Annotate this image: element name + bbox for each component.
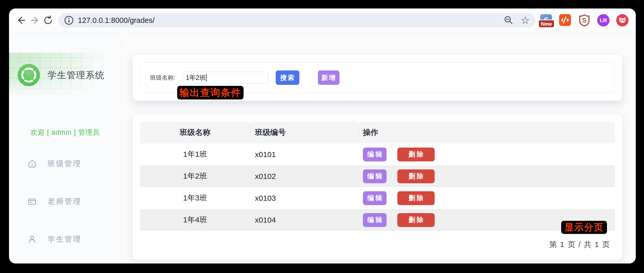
cell-class-name: 1年2班	[140, 171, 250, 181]
text-caret	[206, 74, 207, 81]
header-class-name: 班级名称	[140, 122, 250, 143]
zoom-out-icon[interactable]	[504, 15, 514, 25]
browser-window: 127.0.0.1:8000/grades/ ☆ S New	[9, 8, 636, 263]
app-title: 学生管理系统	[48, 69, 105, 81]
search-button[interactable]: 搜索	[276, 70, 299, 85]
delete-button[interactable]: 删除	[397, 148, 435, 161]
cell-class-name: 1年1班	[140, 149, 250, 160]
table-card: 班级名称 班级编号 操作 1年1班x0101编辑删除1年2班x0102编辑删除1…	[133, 114, 622, 260]
extension-new-badge: New	[538, 20, 555, 28]
sidebar-item-student-management[interactable]: 学生管理	[9, 229, 121, 250]
cell-class-code: x0103	[250, 194, 359, 203]
table-row: 1年1班x0101编辑删除	[140, 143, 615, 165]
add-button[interactable]: 新增	[318, 70, 339, 85]
edit-button[interactable]: 编辑	[363, 148, 387, 161]
forward-icon[interactable]	[28, 14, 41, 27]
user-icon	[28, 235, 37, 244]
app-logo-icon	[17, 63, 41, 87]
class-table: 班级名称 班级编号 操作 1年1班x0101编辑删除1年2班x0102编辑删除1…	[140, 122, 615, 231]
header-class-code: 班级编号	[250, 122, 359, 143]
reload-icon[interactable]	[41, 14, 55, 27]
back-icon[interactable]	[15, 14, 28, 27]
cell-class-name: 1年3班	[140, 193, 250, 203]
delete-button[interactable]: 删除	[397, 169, 435, 183]
table-body: 1年1班x0101编辑删除1年2班x0102编辑删除1年3班x0103编辑删除1…	[140, 143, 615, 231]
cell-actions: 编辑删除	[359, 191, 615, 205]
class-name-label: 班级名称:	[150, 74, 175, 82]
cell-actions: 编辑删除	[359, 148, 615, 161]
browser-toolbar: 127.0.0.1:8000/grades/ ☆ S New	[9, 8, 636, 32]
url-text[interactable]: 127.0.0.1:8000/grades/	[78, 16, 155, 25]
cell-class-code: x0101	[250, 150, 359, 159]
edit-button[interactable]: 编辑	[363, 169, 387, 183]
cell-class-name: 1年4班	[140, 215, 250, 225]
main-area: 班级名称: 1年2班 搜索 新增 输出查询条件 班级名称 班级编号	[121, 33, 636, 263]
cell-actions: 编辑删除	[359, 169, 615, 183]
cell-class-code: x0102	[250, 172, 359, 181]
sidebar-menu: 班级管理 老师管理 学生管理	[9, 153, 121, 263]
sidebar-item-class-management[interactable]: 班级管理	[9, 153, 121, 174]
welcome-text: 欢迎 [ admin ] 管理员	[9, 128, 121, 137]
annotation-query-condition: 输出查询条件	[177, 86, 244, 99]
extension-orange-code-icon[interactable]	[559, 14, 571, 26]
id-card-icon	[28, 197, 37, 206]
address-bar[interactable]: 127.0.0.1:8000/grades/ ☆	[58, 13, 535, 28]
table-header-row: 班级名称 班级编号 操作	[140, 122, 615, 143]
extensions-area: S New S LR	[540, 14, 629, 26]
class-name-input[interactable]: 1年2班	[182, 72, 269, 84]
annotation-show-paging: 显示分页	[561, 221, 607, 234]
site-info-icon[interactable]	[64, 15, 74, 25]
delete-button[interactable]: 删除	[397, 191, 435, 205]
table-row: 1年4班x0104编辑删除	[140, 209, 615, 231]
table-row: 1年3班x0103编辑删除	[140, 187, 615, 209]
extension-blue-s-icon[interactable]: S New	[540, 14, 552, 26]
bookmark-star-icon[interactable]: ☆	[521, 15, 530, 25]
pagination-text: 第 1 页 / 共 1 页	[549, 239, 610, 250]
edit-button[interactable]: 编辑	[363, 213, 387, 227]
edit-button[interactable]: 编辑	[363, 191, 387, 205]
header-actions: 操作	[359, 122, 615, 143]
extension-cat-icon[interactable]	[616, 14, 629, 26]
svg-text:S: S	[582, 16, 586, 24]
page-content: 学生管理系统 欢迎 [ admin ] 管理员 班级管理 老师管理	[9, 33, 636, 263]
delete-button[interactable]: 删除	[397, 213, 435, 227]
extension-lr-icon[interactable]: LR	[597, 14, 610, 26]
home-icon	[28, 159, 37, 168]
sidebar-item-teacher-management[interactable]: 老师管理	[9, 191, 121, 212]
table-row: 1年2班x0102编辑删除	[140, 165, 615, 187]
sidebar: 学生管理系统 欢迎 [ admin ] 管理员 班级管理 老师管理	[9, 33, 121, 263]
search-card: 班级名称: 1年2班 搜索 新增 输出查询条件	[133, 55, 622, 101]
cell-class-code: x0104	[250, 216, 359, 224]
brand: 学生管理系统	[17, 63, 105, 87]
extension-shield-s-icon[interactable]: S	[578, 14, 591, 26]
screen: 127.0.0.1:8000/grades/ ☆ S New	[0, 0, 644, 273]
